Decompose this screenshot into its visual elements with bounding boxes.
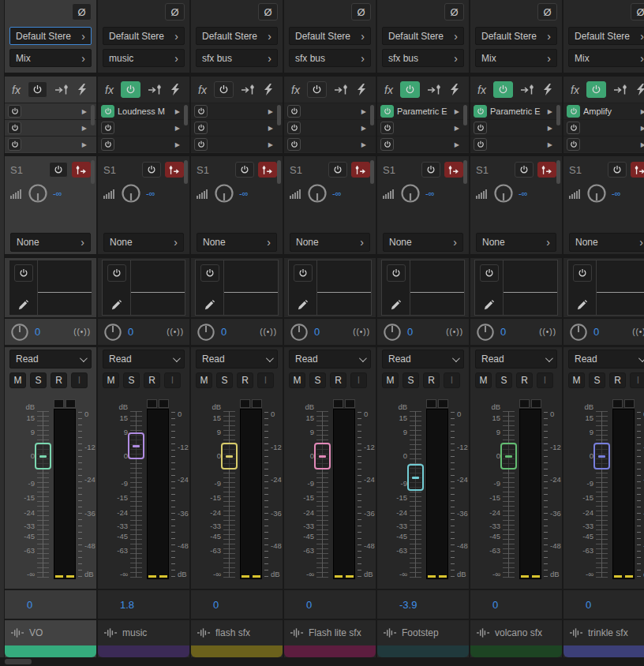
eq-power-button[interactable] [294,264,313,282]
effects-scrollbar[interactable] [277,105,281,125]
input-routing-dropdown[interactable]: Default Stere › [9,27,92,45]
record-arm-button[interactable]: R [423,372,440,388]
effect-power-button[interactable] [380,138,394,151]
sends-scrollbar[interactable] [277,160,281,184]
fader-handle[interactable] [314,443,331,470]
eq-power-button[interactable] [200,264,219,282]
clip-indicator-left[interactable] [240,399,250,408]
effect-power-button[interactable] [380,122,394,134]
eq-power-button[interactable] [573,264,592,282]
automation-mode-dropdown[interactable]: Read [103,350,185,369]
phase-invert-button[interactable]: Ø [258,3,278,21]
eq-curve[interactable] [224,260,278,315]
send-assign-dropdown[interactable]: None › [103,233,184,252]
eq-power-button[interactable] [107,264,126,282]
effect-menu-arrow-icon[interactable]: ▶ [361,141,366,148]
effect-power-button[interactable] [287,105,301,118]
volume-value[interactable]: 0 [27,599,32,611]
effect-power-button[interactable] [567,105,580,118]
effect-slot[interactable]: ▶ [564,119,644,136]
effect-slot[interactable]: ▶ [284,136,376,152]
effect-power-button[interactable] [194,138,208,151]
effect-slot[interactable]: Amplify ▶ [564,103,644,119]
effect-menu-arrow-icon[interactable]: ▶ [175,125,180,132]
effect-menu-arrow-icon[interactable]: ▶ [548,108,552,115]
effect-power-button[interactable] [194,105,208,118]
send-prefader-button[interactable] [165,162,184,178]
prefader-toggle-icon[interactable] [334,84,350,95]
mute-button[interactable]: M [103,372,119,388]
fx-power-button[interactable] [121,81,140,98]
track-name-row[interactable]: volcano sfx [470,620,562,645]
eq-curve[interactable] [131,260,185,315]
effect-slot[interactable]: ▶ [98,119,189,136]
phase-invert-button[interactable]: Ø [537,3,557,21]
clip-indicator-left[interactable] [54,399,64,408]
level-meter[interactable] [612,399,635,579]
effect-menu-arrow-icon[interactable]: ▶ [548,141,552,148]
automation-mode-dropdown[interactable]: Read [568,350,644,369]
phase-invert-button[interactable]: Ø [444,3,464,21]
input-routing-dropdown[interactable]: Default Stere › [196,27,278,45]
clip-indicator-right[interactable] [624,399,635,408]
fader-handle[interactable] [407,464,424,491]
clip-indicator-right[interactable] [159,399,169,408]
input-routing-dropdown[interactable]: Default Stere › [568,27,644,45]
effect-slot[interactable]: Parametric E ▶ [377,103,469,119]
mute-button[interactable]: M [196,372,212,388]
eq-edit-button[interactable] [110,299,122,311]
prefader-toggle-icon[interactable] [241,84,256,95]
level-meter[interactable] [426,399,448,579]
input-routing-dropdown[interactable]: Default Stere › [289,27,371,45]
eq-power-button[interactable] [14,264,33,282]
effect-menu-arrow-icon[interactable]: ▶ [641,141,644,148]
eq-edit-button[interactable] [576,299,588,311]
input-monitor-button[interactable]: I [630,372,644,388]
clip-indicator-left[interactable] [426,399,436,408]
solo-button[interactable]: S [402,372,419,388]
send-pan-knob[interactable] [214,183,234,204]
effect-power-button[interactable] [8,105,21,118]
solo-button[interactable]: S [123,372,140,388]
effect-slot[interactable]: ▶ [470,119,562,136]
effects-scrollbar[interactable] [463,105,467,125]
pan-value[interactable]: 0 [407,326,440,338]
track-name-row[interactable]: Footstep [377,620,469,645]
automation-mode-dropdown[interactable]: Read [196,350,278,369]
prerender-lightning-icon[interactable] [636,84,644,95]
send-power-button[interactable] [515,162,534,178]
send-power-button[interactable] [49,162,68,178]
volume-value[interactable]: 0 [213,599,219,611]
send-power-button[interactable] [235,162,254,178]
pan-knob[interactable] [197,323,215,342]
send-power-button[interactable] [421,162,440,178]
pan-value[interactable]: 0 [314,326,347,338]
effects-scrollbar[interactable] [91,105,95,125]
horizontal-scrollbar[interactable] [0,657,644,666]
fader-track[interactable] [596,411,608,578]
fx-power-button[interactable] [28,81,47,98]
pan-knob[interactable] [290,323,309,342]
effect-power-button[interactable] [474,138,487,151]
fader-handle[interactable] [500,443,517,470]
mute-button[interactable]: M [475,372,492,388]
clip-indicator-left[interactable] [333,399,343,408]
effect-menu-arrow-icon[interactable]: ▶ [641,108,644,115]
clip-indicator-right[interactable] [66,399,76,408]
sends-scrollbar[interactable] [184,160,188,184]
input-routing-dropdown[interactable]: Default Stere › [382,27,464,45]
send-pan-knob[interactable] [586,183,607,204]
prerender-lightning-icon[interactable] [543,84,552,95]
input-monitor-button[interactable]: I [537,372,553,388]
record-arm-button[interactable]: R [330,372,346,388]
pan-knob[interactable] [10,323,29,342]
track-name-row[interactable]: music [98,620,189,645]
record-arm-button[interactable]: R [51,372,67,388]
eq-curve[interactable] [504,260,557,315]
fx-power-button[interactable] [307,81,327,98]
sends-scrollbar[interactable] [91,160,95,184]
send-prefader-button[interactable] [258,162,277,178]
eq-curve[interactable] [597,260,644,315]
send-pan-knob[interactable] [307,183,328,204]
clip-indicator-left[interactable] [612,399,623,408]
